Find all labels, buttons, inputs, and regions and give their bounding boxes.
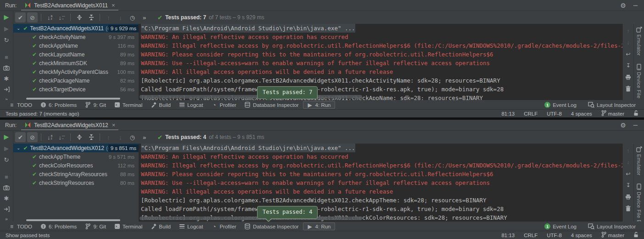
status-widget-utf-8[interactable]: UTF-8 xyxy=(547,111,562,117)
show-passed-toggle[interactable]: ✔ xyxy=(15,12,26,22)
hide-icon[interactable]: ─ xyxy=(633,2,638,9)
coverage-button[interactable]: ✱ xyxy=(2,75,11,82)
status-widget-4-spaces[interactable]: 4 spaces xyxy=(571,233,592,238)
test-row[interactable]: ✔checkMinimumSDK89 ms xyxy=(13,59,139,67)
show-ignored-toggle[interactable]: ⊘ xyxy=(27,12,38,22)
soft-wrap-button[interactable]: ↩ xyxy=(625,170,632,178)
thread-dump-button[interactable] xyxy=(2,65,11,71)
status-widget-crlf[interactable]: CRLF xyxy=(524,233,538,238)
next-occurrence-button[interactable]: ↓ xyxy=(115,12,126,22)
run-console[interactable]: "C:\Program Files\Android\Android Studio… xyxy=(139,24,622,100)
close-icon[interactable]: × xyxy=(112,2,115,9)
toolwindow-button-6-problems[interactable]: !6: Problems xyxy=(36,222,81,230)
rerun-failed-tests-button[interactable]: ▶ xyxy=(2,25,11,32)
show-passed-toggle[interactable]: ✔ xyxy=(15,132,26,142)
console-horizontal-scrollbar[interactable] xyxy=(140,217,362,220)
more-actions-button[interactable]: » xyxy=(139,12,150,22)
previous-occurrence-button[interactable]: ↑ xyxy=(103,132,114,142)
toolwindow-button-event-log[interactable]: 1Event Log xyxy=(543,101,577,109)
stripe-more-button[interactable]: » xyxy=(2,217,11,222)
toolwindow-button-profiler[interactable]: ◔Profiler xyxy=(207,101,240,109)
coverage-button[interactable]: ✱ xyxy=(2,195,11,202)
toolwindow-button-build[interactable]: Build xyxy=(146,222,175,230)
print-button[interactable] xyxy=(625,73,632,81)
next-occurrence-button[interactable]: ↓ xyxy=(115,132,126,142)
test-history-button[interactable]: ◷ xyxy=(127,12,138,22)
run-console[interactable]: "C:\Program Files\Android\Android Studio… xyxy=(139,144,622,222)
collapse-all-button[interactable] xyxy=(86,132,96,142)
status-widget-81-13[interactable]: 81:13 xyxy=(501,111,515,117)
scroll-up-button[interactable]: ↑ xyxy=(625,28,632,35)
status-widget-lock[interactable] xyxy=(633,110,638,117)
expand-all-button[interactable] xyxy=(74,12,84,22)
test-row[interactable]: ✔checkPackageName82 ms xyxy=(13,76,139,85)
toolwindow-button-6-problems[interactable]: !6: Problems xyxy=(36,101,81,109)
toggle-auto-test-button[interactable]: ↻ xyxy=(2,37,11,44)
rerun-tests-button[interactable]: ▶ xyxy=(2,13,11,21)
test-row[interactable]: ✔checkStringArrayResources88 ms xyxy=(13,170,139,178)
toolwindow-button-todo[interactable]: ≡TODO xyxy=(5,101,36,109)
clear-console-button[interactable] xyxy=(625,85,632,92)
run-tab[interactable]: TestB2AdvancedWidgetsX011 × xyxy=(21,0,118,11)
toolwindow-button-logcat[interactable]: Logcat xyxy=(175,101,207,109)
expand-all-button[interactable] xyxy=(74,132,84,142)
rerun-tests-button[interactable]: ▶ xyxy=(2,133,11,140)
rerun-failed-tests-button[interactable]: ▶ xyxy=(2,145,11,152)
show-ignored-toggle[interactable]: ⊘ xyxy=(27,132,38,142)
thread-dump-button[interactable] xyxy=(2,185,11,190)
sort-alphabetically-button[interactable]: ↓az xyxy=(45,12,55,22)
tree-horizontal-scrollbar[interactable] xyxy=(26,98,120,100)
test-row[interactable]: ✔checkAppTheme9 s 571 ms xyxy=(13,152,139,161)
test-row[interactable]: ✔checkMyActivityParentClass100 ms xyxy=(13,67,139,76)
status-widget-master[interactable]: master xyxy=(601,110,624,117)
close-icon[interactable]: × xyxy=(112,122,116,128)
status-widget-crlf[interactable]: CRLF xyxy=(524,111,538,117)
sort-by-duration-button[interactable]: ↓—– xyxy=(56,12,67,22)
test-row[interactable]: ✔checkTargetDevice56 ms xyxy=(13,85,139,94)
status-widget-4-spaces[interactable]: 4 spaces xyxy=(571,111,592,117)
test-row[interactable]: ✔checkAppName116 ms xyxy=(13,41,139,50)
hide-icon[interactable]: ─ xyxy=(633,122,638,128)
test-suite-row[interactable]: ⌄ ✔ TestB2AdvancedWidgetsX012 (org.ap 9 … xyxy=(13,144,139,152)
toolwindow-button-4-run[interactable]: ▶4: Run xyxy=(303,101,335,109)
status-widget-utf-8[interactable]: UTF-8 xyxy=(547,233,562,238)
more-actions-button[interactable]: » xyxy=(139,132,150,142)
test-row[interactable]: ✔checkStringResources80 ms xyxy=(13,178,139,187)
toolwindow-button-4-run[interactable]: ▶4: Run xyxy=(303,222,335,230)
stop-button[interactable]: ■ xyxy=(2,54,11,61)
toolwindow-button-terminal[interactable]: >_Terminal xyxy=(110,222,146,230)
scroll-up-button[interactable]: ↑ xyxy=(625,147,632,155)
tool-stripe-emulator[interactable]: Emulator xyxy=(636,146,642,175)
scroll-to-end-button[interactable]: ↧ xyxy=(625,62,632,69)
pin-results-button[interactable] xyxy=(2,206,11,212)
console-horizontal-scrollbar[interactable] xyxy=(140,95,362,99)
collapse-all-button[interactable] xyxy=(86,12,96,22)
toolwindow-button-event-log[interactable]: 1Event Log xyxy=(543,222,577,230)
tree-horizontal-scrollbar[interactable] xyxy=(26,219,120,221)
toolwindow-button-todo[interactable]: ≡TODO xyxy=(5,222,36,230)
scroll-to-end-button[interactable]: ↧ xyxy=(625,182,632,189)
toolwindow-button-9-git[interactable]: 9: Git xyxy=(81,101,110,109)
test-row[interactable]: ✔checkColorResources112 ms xyxy=(13,161,139,170)
status-widget-81-13[interactable]: 81:13 xyxy=(501,233,515,238)
test-row[interactable]: ✔checkLayoutName89 ms xyxy=(13,50,139,59)
scroll-down-button[interactable]: ↓ xyxy=(625,39,632,46)
previous-occurrence-button[interactable]: ↑ xyxy=(103,12,114,22)
toolwindow-button-layout-inspector[interactable]: Layout Inspector xyxy=(588,222,637,230)
toolwindow-button-layout-inspector[interactable]: Layout Inspector xyxy=(588,101,637,109)
status-widget-master[interactable]: master xyxy=(601,232,624,239)
run-tab[interactable]: TestB2AdvancedWidgetsX012 × xyxy=(21,120,118,130)
status-widget-lock[interactable] xyxy=(633,232,638,239)
toolwindow-button-database-inspector[interactable]: Database Inspector xyxy=(241,101,303,109)
print-button[interactable] xyxy=(625,193,632,200)
tool-stripe-emulator[interactable]: Emulator xyxy=(636,27,642,56)
sort-by-duration-button[interactable]: ↓—– xyxy=(56,132,67,142)
toolwindow-button-build[interactable]: Build xyxy=(146,101,175,109)
chevron-down-icon[interactable]: ⌄ xyxy=(17,145,20,150)
test-history-button[interactable]: ◷ xyxy=(127,132,138,142)
sort-alphabetically-button[interactable]: ↓az xyxy=(45,132,55,142)
stop-button[interactable]: ■ xyxy=(2,173,11,180)
scroll-down-button[interactable]: ↓ xyxy=(625,159,632,166)
toolwindow-button-9-git[interactable]: 9: Git xyxy=(81,222,110,230)
toolwindow-button-logcat[interactable]: Logcat xyxy=(175,222,207,230)
